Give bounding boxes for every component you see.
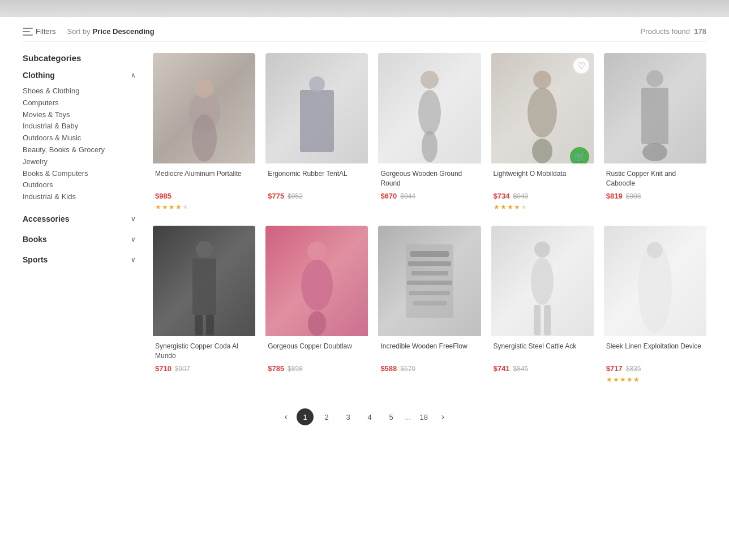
main-content: Subcategories Clothing ∧ Shoes & Clothin…	[23, 53, 706, 388]
svg-point-13	[642, 143, 667, 161]
product-name-7: Gorgeous Copper Doubtlaw	[268, 342, 366, 361]
svg-rect-26	[409, 291, 450, 295]
original-price-3: $944	[400, 192, 415, 200]
page-3-button[interactable]: 3	[340, 408, 357, 425]
price-row-4: $734 $940	[494, 192, 591, 200]
svg-point-8	[533, 71, 551, 89]
product-image-6	[153, 226, 255, 336]
stars-10: ★★★★★	[606, 376, 704, 384]
product-card-10[interactable]: Sleek Linen Exploitation Device $717 $83…	[604, 226, 706, 388]
stars-1: ★★★★★	[155, 203, 253, 211]
category-sports-header[interactable]: Sports ∨	[23, 255, 136, 264]
product-name-3: Gorgeous Wooden Ground Round	[380, 169, 478, 188]
chevron-up-icon: ∧	[131, 71, 136, 79]
price-row-1: $985	[155, 192, 253, 200]
price-row-6: $710 $907	[155, 364, 253, 373]
category-accessories-label: Accessories	[23, 214, 70, 223]
category-accessories-header[interactable]: Accessories ∨	[23, 214, 136, 223]
category-clothing-label: Clothing	[23, 71, 55, 80]
wishlist-button-4[interactable]: ♡	[573, 58, 589, 74]
page-2-button[interactable]: 2	[318, 408, 335, 425]
page-18-button[interactable]: 18	[415, 408, 432, 425]
svg-rect-24	[411, 271, 448, 275]
subcat-movies-toys[interactable]: Movies & Toys	[23, 109, 136, 121]
sidebar: Subcategories Clothing ∧ Shoes & Clothin…	[23, 53, 136, 388]
sort-value[interactable]: Price Descending	[93, 27, 155, 36]
svg-point-28	[534, 242, 550, 257]
product-info-5: Rustic Copper Knit and Caboodle $819 $90…	[604, 163, 706, 208]
svg-point-20	[308, 311, 326, 336]
original-price-7: $898	[288, 365, 303, 373]
product-image-8	[378, 226, 481, 336]
category-clothing: Clothing ∧ Shoes & Clothing Computers Mo…	[23, 71, 136, 203]
svg-point-9	[528, 88, 557, 137]
page-4-button[interactable]: 4	[361, 408, 378, 425]
product-card-2[interactable]: Ergonomic Rubber TentAL $775 $952	[265, 53, 368, 216]
original-price-8: $670	[400, 365, 415, 373]
price-row-9: $741 $845	[494, 364, 591, 373]
category-books-header[interactable]: Books ∨	[23, 235, 136, 244]
svg-rect-12	[641, 88, 668, 144]
svg-rect-25	[407, 281, 452, 285]
original-price-9: $845	[513, 365, 529, 373]
filters-button[interactable]: Filters	[23, 27, 55, 36]
clothing-subcategory-list: Shoes & Clothing Computers Movies & Toys…	[23, 85, 136, 203]
top-banner	[0, 0, 729, 17]
product-card-1[interactable]: Mediocre Aluminum Portalite $985 ★★★★★	[153, 53, 255, 216]
svg-rect-22	[410, 251, 449, 257]
pagination-dots: ...	[404, 412, 411, 421]
product-card-7[interactable]: Gorgeous Copper Doubtlaw $785 $898	[265, 226, 368, 388]
subcat-computers[interactable]: Computers	[23, 97, 136, 109]
product-name-2: Ergonomic Rubber TentAL	[268, 169, 366, 188]
filter-bar: Filters Sort by Price Descending Product…	[23, 17, 706, 42]
product-image-9	[491, 226, 594, 336]
add-to-cart-4[interactable]: 🛒	[570, 147, 589, 163]
stars-4: ★★★★★	[494, 203, 591, 211]
product-name-9: Synergistic Steel Cattle Ack	[494, 342, 591, 361]
svg-point-19	[301, 260, 333, 311]
category-books-label: Books	[23, 235, 47, 244]
subcat-books-computers[interactable]: Books & Computers	[23, 168, 136, 180]
page-5-button[interactable]: 5	[383, 408, 400, 425]
prev-page-button[interactable]: ‹	[280, 410, 292, 424]
subcat-industrial-kids[interactable]: Industrial & Kids	[23, 191, 136, 203]
price-row-8: $588 $670	[380, 364, 478, 373]
sale-price-4: $734	[494, 192, 510, 200]
product-image-3	[378, 53, 481, 163]
subcat-beauty-books-grocery[interactable]: Beauty, Books & Grocery	[23, 144, 136, 156]
next-page-button[interactable]: ›	[437, 410, 449, 424]
category-books: Books ∨	[23, 235, 136, 244]
subcat-shoes-clothing[interactable]: Shoes & Clothing	[23, 85, 136, 97]
price-row-5: $819 $908	[606, 192, 704, 200]
product-card-3[interactable]: Gorgeous Wooden Ground Round $670 $944	[378, 53, 481, 216]
subcat-outdoors[interactable]: Outdoors	[23, 179, 136, 191]
page-1-button[interactable]: 1	[297, 408, 314, 425]
price-row-10: $717 $835	[606, 364, 704, 373]
sale-price-8: $588	[380, 364, 397, 373]
original-price-10: $835	[626, 365, 641, 373]
chevron-down-icon-sports: ∨	[131, 256, 136, 264]
product-image-5	[604, 53, 706, 163]
svg-rect-15	[192, 259, 216, 315]
filters-label: Filters	[36, 27, 55, 36]
products-found: Products found 178	[641, 27, 706, 36]
category-clothing-header[interactable]: Clothing ∧	[23, 71, 136, 80]
original-price-2: $952	[288, 192, 303, 200]
product-card-4[interactable]: ♡ 🛒 Lightweight O Mobildata $734 $940 ★★…	[491, 53, 594, 216]
sale-price-9: $741	[494, 364, 510, 373]
original-price-5: $908	[626, 192, 641, 200]
category-accessories: Accessories ∨	[23, 214, 136, 223]
product-card-5[interactable]: Rustic Copper Knit and Caboodle $819 $90…	[604, 53, 706, 216]
product-card-9[interactable]: Synergistic Steel Cattle Ack $741 $845	[491, 226, 594, 388]
product-card-6[interactable]: Synergistic Copper Coda Al Mundo $710 $9…	[153, 226, 255, 388]
svg-rect-31	[544, 305, 551, 335]
product-name-5: Rustic Copper Knit and Caboodle	[606, 169, 704, 188]
svg-point-7	[422, 131, 438, 162]
svg-point-11	[646, 70, 663, 87]
product-card-8[interactable]: Incredible Wooden FreeFlow $588 $670	[378, 226, 481, 388]
subcat-outdoors-music[interactable]: Outdoors & Music	[23, 132, 136, 144]
subcat-jewelry[interactable]: Jewelry	[23, 156, 136, 168]
product-image-1	[153, 53, 255, 163]
svg-point-5	[421, 71, 439, 89]
subcat-industrial-baby[interactable]: Industrial & Baby	[23, 120, 136, 132]
